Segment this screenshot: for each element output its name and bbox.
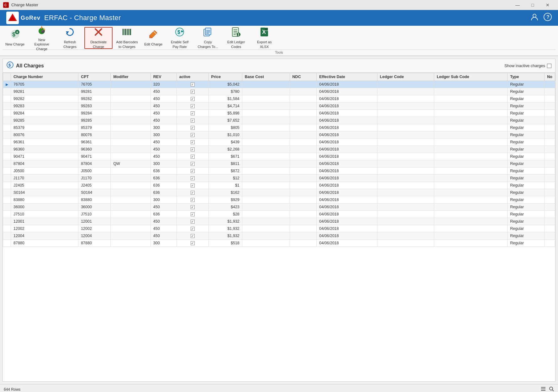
show-inactive-checkbox[interactable] <box>547 64 551 68</box>
active-checkbox[interactable]: ✓ <box>191 147 195 151</box>
gorev-logo: GoRev <box>6 12 40 24</box>
active-checkbox[interactable]: ✓ <box>191 234 195 238</box>
active-checkbox[interactable]: ✓ <box>191 119 195 123</box>
table-row[interactable]: 12001 12001 450 ✓ $1,932 04/06/2018 Regu… <box>3 218 555 225</box>
active-checkbox[interactable]: ✓ <box>191 111 195 115</box>
active-checkbox[interactable]: ✓ <box>191 169 195 173</box>
export-xlsx-button[interactable]: X Export as XLSX <box>250 27 278 49</box>
col-base-cost[interactable]: Base Cost <box>242 73 290 81</box>
active-checkbox[interactable]: ✓ <box>191 205 195 209</box>
help-icon[interactable]: ? <box>544 13 552 23</box>
table-row[interactable]: 90471 90471 450 ✓ $671 04/06/2018 Regula… <box>3 153 555 160</box>
active-checkbox[interactable]: ✓ <box>191 176 195 180</box>
col-type[interactable]: Type <box>508 73 545 81</box>
copy-charges-to-button[interactable]: Copy Charges To... <box>194 27 222 49</box>
show-inactive-charges[interactable]: Show inactive charges <box>504 63 551 68</box>
table-row[interactable]: 12002 12002 450 ✓ $1,932 04/06/2018 Regu… <box>3 225 555 232</box>
no-cell <box>545 131 555 139</box>
modifier-cell <box>111 110 150 117</box>
table-row[interactable]: 85379 85379 300 ✓ $805 04/06/2018 Regula… <box>3 124 555 131</box>
col-rev[interactable]: REV <box>150 73 176 81</box>
table-row[interactable]: 87804 87804 QW 300 ✓ $811 04/06/2018 Reg… <box>3 160 555 167</box>
add-barcodes-button[interactable]: Add Barcodes to Charges <box>113 27 141 49</box>
col-charge-number[interactable]: Charge Number <box>11 73 78 81</box>
col-active[interactable]: active <box>176 73 208 81</box>
table-row[interactable]: 99283 99283 450 ✓ $4,714 04/06/2018 Regu… <box>3 103 555 110</box>
table-row[interactable]: J2405 J2405 636 ✓ $1 04/06/2018 Regular <box>3 182 555 189</box>
col-ledger-code[interactable]: Ledger Code <box>377 73 434 81</box>
maximize-button[interactable]: □ <box>525 0 540 10</box>
app-title: ERFAC - Charge Master <box>44 14 121 22</box>
col-ledger-sub-code[interactable]: Ledger Sub Code <box>434 73 508 81</box>
active-checkbox[interactable]: ✓ <box>191 97 195 101</box>
col-cpt[interactable]: CPT <box>78 73 111 81</box>
charge-number-cell: 36000 <box>11 204 78 211</box>
ledger-code-cell <box>377 232 434 240</box>
active-checkbox[interactable]: ✓ <box>191 155 195 159</box>
enable-self-pay-rate-button[interactable]: $ Enable Self Pay Rate <box>166 27 193 49</box>
type-cell: Regular <box>508 240 545 247</box>
table-row[interactable]: ▶ 76705 76705 320 ✓ $5,042 04/06/2018 Re… <box>3 81 555 88</box>
new-charge-button[interactable]: $ + New Charge <box>3 27 27 49</box>
person-icon[interactable] <box>530 13 539 23</box>
active-checkbox[interactable]: ✓ <box>191 82 195 87</box>
refresh-charges-button[interactable]: Refresh Charges <box>56 27 84 49</box>
edit-ledger-codes-button[interactable]: $ Edit Ledger Codes <box>222 27 250 49</box>
table-row[interactable]: 12004 12004 450 ✓ $1,932 04/06/2018 Regu… <box>3 232 555 240</box>
list-view-icon[interactable] <box>540 386 546 392</box>
ledger-sub-code-cell <box>434 146 508 153</box>
base-cost-cell <box>242 124 290 131</box>
active-checkbox[interactable]: ✓ <box>191 90 195 94</box>
charge-number-cell: 80076 <box>11 131 78 139</box>
active-checkbox[interactable]: ✓ <box>191 212 195 216</box>
table-row[interactable]: 96360 96360 450 ✓ $2,268 04/06/2018 Regu… <box>3 146 555 153</box>
col-no[interactable]: No <box>545 73 555 81</box>
no-cell <box>545 232 555 240</box>
active-checkbox[interactable]: ✓ <box>191 191 195 195</box>
active-checkbox[interactable]: ✓ <box>191 162 195 166</box>
ledger-sub-code-cell <box>434 153 508 160</box>
table-row[interactable]: J1170 J1170 636 ✓ $12 04/06/2018 Regular <box>3 175 555 182</box>
rev-cell: 300 <box>150 160 176 167</box>
close-button[interactable]: ✕ <box>540 0 555 10</box>
rev-cell: 450 <box>150 232 176 240</box>
col-price[interactable]: Price <box>208 73 242 81</box>
table-row[interactable]: 99282 99282 450 ✓ $1,584 04/06/2018 Regu… <box>3 95 555 103</box>
table-row[interactable]: 99281 99281 450 ✓ $780 04/06/2018 Regula… <box>3 88 555 95</box>
table-row[interactable]: J7510 J7510 636 ✓ $28 04/06/2018 Regular <box>3 211 555 218</box>
active-checkbox[interactable]: ✓ <box>191 140 195 144</box>
table-row[interactable]: J0500 J0500 636 ✓ $872 04/06/2018 Regula… <box>3 167 555 175</box>
modifier-cell <box>111 189 150 196</box>
active-checkbox[interactable]: ✓ <box>191 126 195 130</box>
price-cell: $423 <box>208 204 242 211</box>
table-row[interactable]: 36000 36000 450 ✓ $423 04/06/2018 Regula… <box>3 204 555 211</box>
active-checkbox[interactable]: ✓ <box>191 241 195 245</box>
ledger-code-cell <box>377 81 434 88</box>
row-arrow-cell <box>3 131 11 139</box>
table-row[interactable]: 80076 80076 300 ✓ $1,010 04/06/2018 Regu… <box>3 131 555 139</box>
type-cell: Regular <box>508 110 545 117</box>
active-cell: ✓ <box>176 124 208 131</box>
edit-charge-button[interactable]: Edit Charge <box>141 27 165 49</box>
minimize-button[interactable]: — <box>510 0 525 10</box>
effective-date-cell: 04/06/2018 <box>317 189 377 196</box>
table-row[interactable]: 83880 83880 300 ✓ $929 04/06/2018 Regula… <box>3 196 555 204</box>
active-checkbox[interactable]: ✓ <box>191 220 195 224</box>
table-row[interactable]: S0164 S0164 636 ✓ $162 04/06/2018 Regula… <box>3 189 555 196</box>
active-checkbox[interactable]: ✓ <box>191 227 195 231</box>
active-checkbox[interactable]: ✓ <box>191 104 195 108</box>
col-effective-date[interactable]: Effective Date <box>317 73 377 81</box>
col-modifier[interactable]: Modifier <box>111 73 150 81</box>
table-row[interactable]: 87880 87880 300 ✓ $518 04/06/2018 Regula… <box>3 240 555 247</box>
deactivate-charge-button[interactable]: Deactivate Charge <box>84 27 113 49</box>
new-explosive-charge-button[interactable]: 💣 New Explosive Charge <box>28 27 55 49</box>
active-checkbox[interactable]: ✓ <box>191 183 195 188</box>
search-icon[interactable] <box>549 386 554 392</box>
table-row[interactable]: 99284 99284 450 ✓ $5,898 04/06/2018 Regu… <box>3 110 555 117</box>
table-row[interactable]: 96361 96361 450 ✓ $439 04/06/2018 Regula… <box>3 139 555 146</box>
charge-number-cell: 83880 <box>11 196 78 204</box>
col-ndc[interactable]: NDC <box>290 73 317 81</box>
active-checkbox[interactable]: ✓ <box>191 198 195 202</box>
table-row[interactable]: 99285 99285 450 ✓ $7,652 04/06/2018 Regu… <box>3 117 555 124</box>
active-checkbox[interactable]: ✓ <box>191 133 195 137</box>
